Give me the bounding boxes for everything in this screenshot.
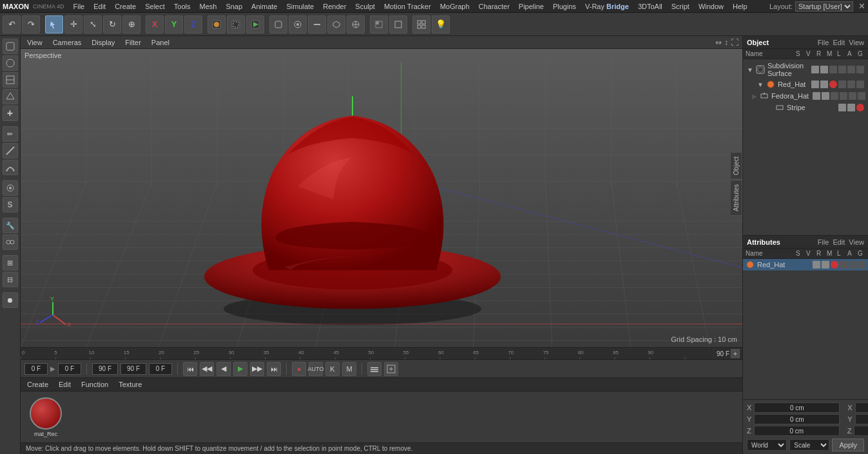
mat-menu-create[interactable]: Create <box>24 381 51 388</box>
mat-menu-edit[interactable]: Edit <box>56 381 73 388</box>
lp-pen-btn[interactable]: ✏ <box>3 126 18 142</box>
menu-render[interactable]: Render <box>319 1 350 12</box>
timeline[interactable]: 0 5 10 15 20 25 30 35 <box>21 347 742 360</box>
stripe-color-dot[interactable] <box>856 104 864 111</box>
fedora-ctrl-3[interactable] <box>849 92 856 100</box>
attr-ctrl-1[interactable] <box>840 261 847 269</box>
lp-s-btn[interactable]: S <box>3 197 18 213</box>
obj-view-menu[interactable]: View <box>849 39 864 46</box>
attr-edit-menu[interactable]: Edit <box>833 238 845 246</box>
stripe-lock-dot[interactable] <box>847 104 855 111</box>
material-item-red-hat[interactable]: mat_Rec <box>23 397 68 437</box>
redhat-ctrl-3[interactable] <box>856 80 864 88</box>
close-icon[interactable]: ✕ <box>858 1 865 11</box>
stripe-vis-dot[interactable] <box>838 104 846 111</box>
menu-pipeline[interactable]: Pipeline <box>515 1 548 12</box>
redhat-lock-dot[interactable] <box>820 80 828 88</box>
attr-file-menu[interactable]: File <box>818 238 829 246</box>
menu-edit[interactable]: Edit <box>90 1 110 12</box>
menu-help[interactable]: Help <box>729 1 751 12</box>
current-frame-input[interactable] <box>58 363 81 375</box>
undo-button[interactable]: ↶ <box>3 15 21 33</box>
subdiv-lock-dot[interactable] <box>820 66 828 73</box>
attr-vis-dot[interactable] <box>813 261 820 269</box>
menu-mograph[interactable]: MoGraph <box>436 1 474 12</box>
redhat-ctrl-1[interactable] <box>838 80 846 88</box>
tree-item-stripe[interactable]: ▶ Stripe <box>744 102 867 113</box>
y-axis-button[interactable]: Y <box>165 15 183 33</box>
fedora-ctrl-4[interactable] <box>858 92 865 100</box>
end-frame-input-1[interactable] <box>92 363 118 375</box>
redhat-ctrl-2[interactable] <box>847 80 855 88</box>
material-preview-ball[interactable] <box>30 397 62 430</box>
timeline-expand-btn[interactable]: + <box>731 349 740 358</box>
fedora-ctrl-2[interactable] <box>840 92 847 100</box>
subdiv-vis-dot[interactable] <box>811 66 819 73</box>
vt-filter[interactable]: Filter <box>122 39 143 46</box>
transform-tool-button[interactable]: ⊕ <box>122 15 140 33</box>
transport-keyframe-btn[interactable]: K <box>325 362 340 376</box>
coord-scale-select[interactable]: Scale <box>789 439 829 451</box>
scale-tool-button[interactable]: ⤡ <box>84 15 102 33</box>
transport-play-btn[interactable]: ▶ <box>233 362 247 376</box>
menu-simulate[interactable]: Simulate <box>282 1 318 12</box>
transport-last-btn[interactable]: ⏭ <box>267 362 281 376</box>
transport-record-btn[interactable]: ● <box>292 362 306 376</box>
z-axis-button[interactable]: Z <box>184 15 202 33</box>
lp-btn-4[interactable] <box>3 89 18 104</box>
coord-world-select[interactable]: World Object <box>747 439 787 451</box>
lp-weld-btn[interactable] <box>3 234 18 250</box>
rotate-tool-button[interactable]: ↻ <box>103 15 121 33</box>
menu-animate[interactable]: Animate <box>247 1 281 12</box>
fedora-vis-dot[interactable] <box>813 92 820 100</box>
start-frame-input[interactable] <box>24 363 48 375</box>
mat-menu-function[interactable]: Function <box>79 381 111 388</box>
poly-mode-button[interactable] <box>327 15 345 33</box>
lp-magnet-btn[interactable]: 🔧 <box>3 218 18 233</box>
menu-motion-tracker[interactable]: Motion Tracker <box>380 1 435 12</box>
transport-layer-btn[interactable] <box>367 362 381 376</box>
menu-script[interactable]: Script <box>668 1 693 12</box>
transport-motion-btn[interactable]: M <box>342 362 356 376</box>
lp-btn-plus[interactable]: + <box>3 106 18 121</box>
attr-row-redhat[interactable]: Red_Hat <box>743 259 868 270</box>
new-viewport-button[interactable] <box>412 15 430 33</box>
obj-edit-menu[interactable]: Edit <box>833 39 845 46</box>
tree-arrow-fedora[interactable]: ▶ <box>752 93 757 100</box>
menu-vray[interactable]: V-Ray Bridge <box>581 1 633 12</box>
menu-sculpt[interactable]: Sculpt <box>351 1 379 12</box>
menu-character[interactable]: Character <box>475 1 514 12</box>
obj-file-menu[interactable]: File <box>818 39 829 46</box>
x-axis-button[interactable]: X <box>146 15 164 33</box>
menu-snap[interactable]: Snap <box>222 1 246 12</box>
wire-mode-button[interactable] <box>389 15 407 33</box>
vt-display[interactable]: Display <box>89 39 117 46</box>
transport-prev-frame-btn[interactable]: ◀ <box>217 362 231 376</box>
model-mode-button[interactable] <box>269 15 287 33</box>
tree-arrow-redhat[interactable]: ▼ <box>757 81 764 88</box>
lp-btn-3[interactable] <box>3 72 18 88</box>
menu-window[interactable]: Window <box>695 1 728 12</box>
attr-ctrl-3[interactable] <box>858 261 865 269</box>
attr-ctrl-2[interactable] <box>849 261 856 269</box>
menu-plugins[interactable]: Plugins <box>549 1 580 12</box>
menu-tools[interactable]: Tools <box>170 1 195 12</box>
lp-btn-2[interactable] <box>3 55 18 71</box>
paint-mode-button[interactable] <box>289 15 307 33</box>
viewport-maximize[interactable]: ⛶ <box>731 38 738 47</box>
vt-panel[interactable]: Panel <box>149 39 172 46</box>
subdiv-ctrl-4[interactable] <box>856 66 864 73</box>
coord-x2-input[interactable] <box>855 402 868 413</box>
texture-mode-button[interactable] <box>370 15 388 33</box>
coord-x-input[interactable] <box>754 402 840 413</box>
menu-3dtoall[interactable]: 3DToAll <box>634 1 666 12</box>
light-button[interactable]: 💡 <box>432 15 450 33</box>
attr-color-dot[interactable] <box>831 261 838 269</box>
lp-record-btn[interactable]: ⏺ <box>3 292 18 308</box>
3d-viewport[interactable]: Perspective Grid Spacing : 10 cm X Y Z <box>21 49 742 347</box>
mat-menu-texture[interactable]: Texture <box>116 381 144 388</box>
menu-select[interactable]: Select <box>141 1 169 12</box>
transport-prev-btn[interactable]: ◀◀ <box>200 362 214 376</box>
coord-y-input[interactable] <box>754 414 840 424</box>
attr-view-menu[interactable]: View <box>849 238 864 246</box>
